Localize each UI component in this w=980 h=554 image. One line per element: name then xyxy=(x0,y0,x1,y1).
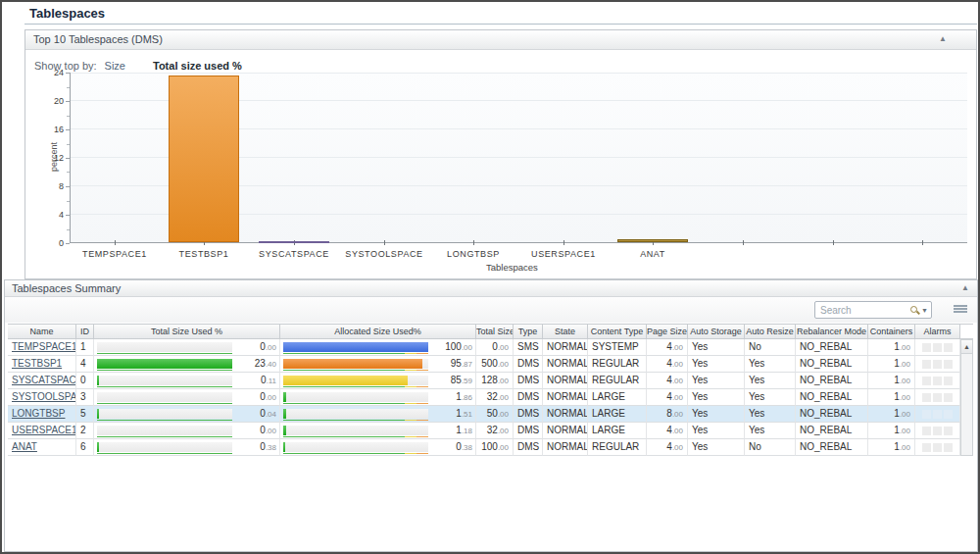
alloc-used-gauge-cell: 1.18 xyxy=(280,423,476,439)
collapse-panel-icon[interactable]: ▲ xyxy=(961,283,969,293)
alloc-used-gauge-cell: 1.86 xyxy=(280,389,476,406)
cell-page-size: 4.00 xyxy=(647,356,688,373)
gauge-threshold-underline xyxy=(97,386,232,387)
column-header-total-size[interactable]: Total Size xyxy=(476,324,514,339)
scrollbar-header-spacer xyxy=(960,324,973,339)
cell-name: SYSTOOLSPACE xyxy=(8,389,76,406)
search-icon[interactable] xyxy=(909,305,920,316)
tablespace-link[interactable]: SYSTOOLSPACE xyxy=(12,391,76,402)
table-row[interactable]: LONGTBSP50.041.5150.00DMSNORMALLARGE8.00… xyxy=(8,406,973,423)
alarm-indicator xyxy=(944,377,953,385)
total-used-gauge-cell: 23.40 xyxy=(94,356,280,373)
tablespace-link[interactable]: SYSCATSPACE xyxy=(12,375,76,385)
gauge-value: 95.87 xyxy=(433,356,472,373)
number-frac: .00 xyxy=(266,343,276,352)
alloc-used-gauge xyxy=(283,376,428,385)
column-header-id[interactable]: ID xyxy=(76,324,94,339)
cell-state: NORMAL xyxy=(543,389,588,406)
cell-total-size: 50.00 xyxy=(476,406,514,423)
table-row[interactable]: TESTBSP1423.4095.87500.00DMSNORMALREGULA… xyxy=(8,356,973,373)
y-minor-tick-mark xyxy=(67,201,70,202)
gauge-value: 100.00 xyxy=(433,339,472,356)
cell-auto-resize: Yes xyxy=(745,389,796,406)
total-used-gauge xyxy=(97,376,232,385)
cell-auto-resize: Yes xyxy=(745,373,796,389)
cell-page-size: 4.00 xyxy=(647,373,688,389)
total-used-gauge-cell: 0.04 xyxy=(94,406,280,423)
column-header-containers[interactable]: Containers xyxy=(868,324,915,339)
tablespaces-table: NameIDTotal Size Used %Allocated Size Us… xyxy=(8,324,973,456)
total-used-gauge xyxy=(97,409,232,419)
table-row[interactable]: TEMPSPACE110.00100.000.00SMSNORMALSYSTEM… xyxy=(8,339,973,356)
alloc-used-gauge xyxy=(283,392,428,402)
column-header-auto-resize[interactable]: Auto Resize xyxy=(745,324,796,339)
alarm-indicator xyxy=(922,377,931,385)
x-category-label: TEMPSPACE1 xyxy=(68,249,162,259)
cell-total-size: 500.00 xyxy=(476,356,514,373)
column-header-content-type[interactable]: Content Type xyxy=(588,324,647,339)
table-customizer-icon[interactable] xyxy=(954,305,967,316)
y-tick-label: 16 xyxy=(38,125,64,134)
number-frac: .38 xyxy=(266,443,276,452)
alarm-indicator xyxy=(933,427,942,435)
cell-total-size: 100.00 xyxy=(476,439,514,456)
show-top-by-option-total-size-used-[interactable]: Total size used % xyxy=(153,60,242,72)
total-used-gauge xyxy=(97,392,232,402)
alloc-used-gauge-cell: 95.87 xyxy=(280,356,476,373)
cell-id: 2 xyxy=(76,423,94,439)
vertical-scrollbar[interactable]: ▲ xyxy=(960,339,973,456)
cell-id: 0 xyxy=(76,373,94,389)
tablespace-link[interactable]: TEMPSPACE1 xyxy=(12,341,76,352)
total-used-gauge xyxy=(97,359,232,369)
search-options-caret-icon[interactable]: ▼ xyxy=(921,307,928,314)
number-frac: .00 xyxy=(498,377,509,385)
number-frac: .18 xyxy=(462,427,472,435)
cell-state: NORMAL xyxy=(543,406,588,423)
number-frac: .11 xyxy=(266,377,276,385)
column-header-state[interactable]: State xyxy=(543,324,588,339)
alloc-used-gauge-cell: 1.51 xyxy=(280,406,476,423)
alarm-indicator xyxy=(933,410,942,419)
table-row[interactable]: USERSPACE120.001.1832.00DMSNORMALLARGE4.… xyxy=(8,423,973,439)
y-tick-mark xyxy=(66,186,70,187)
alarm-indicator xyxy=(933,377,942,385)
total-used-gauge-cell: 0.11 xyxy=(94,373,280,389)
number-int: 500 xyxy=(481,358,498,369)
cell-auto-storage: Yes xyxy=(688,423,745,439)
column-header-total-size-used-[interactable]: Total Size Used % xyxy=(94,324,280,339)
alarm-indicator xyxy=(933,393,942,402)
collapse-panel-icon[interactable]: ▲ xyxy=(939,34,947,44)
chart-bar-anat[interactable] xyxy=(617,239,688,242)
cell-page-size: 4.00 xyxy=(647,389,688,406)
gauge-threshold-underline xyxy=(97,370,232,371)
chart-bar-testbsp1[interactable] xyxy=(169,76,239,242)
column-header-alarms[interactable]: Alarms xyxy=(915,324,960,339)
table-row[interactable]: SYSTOOLSPACE30.001.8632.00DMSNORMALLARGE… xyxy=(8,389,973,406)
search-input[interactable] xyxy=(815,305,909,316)
gauge-threshold-underline xyxy=(97,420,232,421)
scroll-up-button[interactable]: ▲ xyxy=(961,340,972,354)
tablespace-link[interactable]: LONGTBSP xyxy=(12,408,65,419)
column-header-allocated-size-used-[interactable]: Allocated Size Used% xyxy=(280,324,476,339)
tablespace-link[interactable]: TESTBSP1 xyxy=(12,358,62,369)
total-used-gauge-cell: 0.38 xyxy=(94,439,280,456)
column-header-page-size[interactable]: Page Size xyxy=(647,324,688,339)
gauge-value: 85.59 xyxy=(433,373,472,389)
column-header-auto-storage[interactable]: Auto Storage xyxy=(688,324,745,339)
column-header-type[interactable]: Type xyxy=(514,324,543,339)
number-frac: .00 xyxy=(900,343,910,352)
cell-page-size: 4.00 xyxy=(647,423,688,439)
show-top-by-bar: Show top by: SizeTotal size used % xyxy=(34,58,242,74)
table-row[interactable]: ANAT60.380.38100.00DMSNORMALREGULAR4.00Y… xyxy=(8,439,973,456)
total-used-gauge-cell: 0.00 xyxy=(94,339,280,356)
number-int: 23 xyxy=(255,358,266,369)
tablespace-link[interactable]: ANAT xyxy=(12,441,37,452)
tablespace-link[interactable]: USERSPACE1 xyxy=(12,425,76,435)
total-used-gauge xyxy=(97,426,232,435)
column-header-name[interactable]: Name xyxy=(8,324,76,339)
chart-bar-syscatspace[interactable] xyxy=(259,241,329,243)
alloc-used-gauge xyxy=(283,426,428,435)
show-top-by-option-size[interactable]: Size xyxy=(105,60,125,72)
table-row[interactable]: SYSCATSPACE00.1185.59128.00DMSNORMALREGU… xyxy=(8,373,973,389)
column-header-rebalancer-mode[interactable]: Rebalancer Mode xyxy=(796,324,868,339)
